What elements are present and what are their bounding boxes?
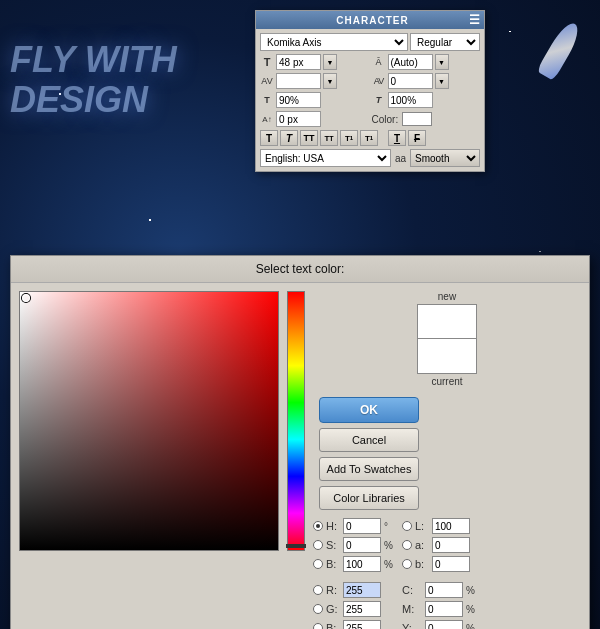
y-unit: % [466, 623, 476, 630]
b-label: B: [326, 558, 340, 570]
l-row: L: [402, 518, 476, 534]
kerning-tracking-row: AV ▼ AV ▼ [260, 73, 480, 89]
antialiasing-select[interactable]: Smooth [410, 149, 480, 167]
horizontal-scale-icon: T [372, 95, 386, 105]
r-input[interactable] [343, 582, 381, 598]
c-row: C: % [402, 582, 476, 598]
red-radio[interactable] [313, 585, 323, 595]
color-libraries-button[interactable]: Color Libraries [319, 486, 419, 510]
add-to-swatches-button[interactable]: Add To Swatches [319, 457, 419, 481]
saturation-row: S: % [313, 537, 394, 553]
a-input[interactable] [432, 537, 470, 553]
green-row: G: [313, 601, 394, 617]
character-panel-body: Komika Axis Regular T ▼ Ā ▼ AV [256, 29, 484, 171]
saturation-radio[interactable] [313, 540, 323, 550]
hue-radio[interactable] [313, 521, 323, 531]
font-row: Komika Axis Regular [260, 33, 480, 51]
b-input[interactable] [343, 556, 381, 572]
hue-row: H: ° [313, 518, 394, 534]
smallcaps-btn[interactable]: TT [320, 130, 338, 146]
bold-btn[interactable]: T [260, 130, 278, 146]
brightness-row: B: % [313, 556, 394, 572]
a-label: a: [415, 539, 429, 551]
hue-cursor [286, 544, 306, 548]
baseline-color-row: A↑ Color: [260, 111, 480, 127]
c-label: C: [402, 584, 422, 596]
brightness-radio[interactable] [313, 559, 323, 569]
c-unit: % [466, 585, 476, 596]
a-row: a: [402, 537, 476, 553]
a-radio[interactable] [402, 540, 412, 550]
baseline-input[interactable] [276, 111, 321, 127]
subscript-btn[interactable]: T1 [360, 130, 378, 146]
underline-btn[interactable]: T [388, 130, 406, 146]
s-input[interactable] [343, 537, 381, 553]
kerning-icon: AV [260, 76, 274, 86]
c-input[interactable] [425, 582, 463, 598]
blue-radio[interactable] [313, 623, 323, 629]
strikethrough-btn[interactable]: F [408, 130, 426, 146]
dialog-title: Select text color: [256, 262, 345, 276]
color-swatch[interactable] [402, 112, 432, 126]
color-preview: new current [313, 291, 581, 387]
blue-row: B: [313, 620, 394, 629]
l-radio[interactable] [402, 521, 412, 531]
b3-row: b: [402, 556, 476, 572]
allcaps-btn[interactable]: TT [300, 130, 318, 146]
b2-label: B: [326, 622, 340, 629]
cancel-button[interactable]: Cancel [319, 428, 419, 452]
b3-radio[interactable] [402, 559, 412, 569]
b3-input[interactable] [432, 556, 470, 572]
size-leading-row: T ▼ Ā ▼ [260, 54, 480, 70]
tracking-input[interactable] [388, 73, 433, 89]
b2-input[interactable] [343, 620, 381, 629]
superscript-btn[interactable]: T1 [340, 130, 358, 146]
y-input[interactable] [425, 620, 463, 629]
dialog-titlebar: Select text color: [11, 256, 589, 283]
font-style-select[interactable]: Regular [410, 33, 480, 51]
horizontal-scale-group: T [372, 92, 481, 108]
gradient-dark [20, 292, 278, 550]
baseline-icon: A↑ [260, 115, 274, 124]
leading-input[interactable] [388, 54, 433, 70]
dialog-body: new current OK Cancel Add To Swatches Co… [11, 283, 589, 629]
character-panel: CHARACTER ☰ Komika Axis Regular T ▼ Ā ▼ [255, 10, 485, 172]
m-input[interactable] [425, 601, 463, 617]
color-new-swatch [417, 304, 477, 339]
horizontal-scale-input[interactable] [388, 92, 433, 108]
font-size-input[interactable] [276, 54, 321, 70]
italic-btn[interactable]: T [280, 130, 298, 146]
char-menu-icon[interactable]: ☰ [469, 13, 480, 27]
green-radio[interactable] [313, 604, 323, 614]
color-current-swatch[interactable] [417, 339, 477, 374]
size-dropdown[interactable]: ▼ [323, 54, 337, 70]
m-row: M: % [402, 601, 476, 617]
font-name-select[interactable]: Komika Axis [260, 33, 408, 51]
font-size-icon: T [260, 56, 274, 68]
vertical-scale-group: T [260, 92, 369, 108]
dialog-buttons: OK Cancel Add To Swatches Color Librarie… [319, 397, 581, 510]
kerning-input[interactable] [276, 73, 321, 89]
kerning-dropdown[interactable]: ▼ [323, 73, 337, 89]
g-input[interactable] [343, 601, 381, 617]
tracking-dropdown[interactable]: ▼ [435, 73, 449, 89]
hue-slider[interactable] [287, 291, 305, 551]
b3-label: b: [415, 558, 429, 570]
l-input[interactable] [432, 518, 470, 534]
b-unit: % [384, 559, 394, 570]
vertical-scale-icon: T [260, 95, 274, 105]
scale-row: T T [260, 92, 480, 108]
s-label: S: [326, 539, 340, 551]
leading-group: Ā ▼ [372, 54, 481, 70]
style-buttons-row: T T TT TT T1 T1 T F [260, 130, 480, 146]
vertical-scale-input[interactable] [276, 92, 321, 108]
character-panel-title: CHARACTER [276, 15, 469, 26]
leading-dropdown[interactable]: ▼ [435, 54, 449, 70]
color-gradient-picker[interactable] [19, 291, 279, 551]
l-label: L: [415, 520, 429, 532]
ok-button[interactable]: OK [319, 397, 419, 423]
language-select[interactable]: English: USA [260, 149, 391, 167]
h-input[interactable] [343, 518, 381, 534]
red-row: R: [313, 582, 394, 598]
aa-label: aa [395, 153, 406, 164]
